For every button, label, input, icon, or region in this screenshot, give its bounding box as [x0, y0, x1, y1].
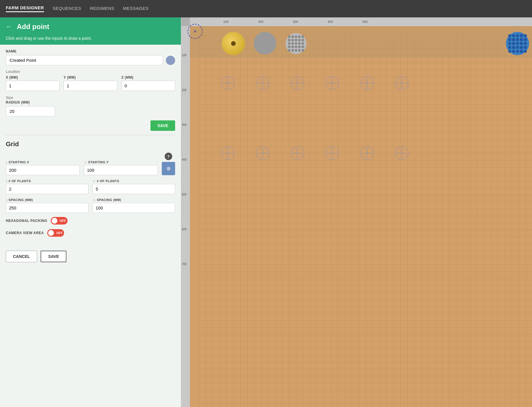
plant-yellow [222, 32, 245, 55]
plants-row: ↕ # OF PLANTS ↔ # OF PLANTS [6, 179, 175, 194]
z-input[interactable] [121, 81, 175, 91]
size-section: Size RADIUS (MM) [6, 95, 175, 116]
starting-y-label: → STARTING Y [84, 160, 158, 164]
spacing-row: ↕ SPACING (MM) ↔ SPACING (MM) [6, 198, 175, 213]
crosshair-1-6 [395, 76, 408, 90]
z-group: Z (MM) [121, 75, 175, 91]
panel-title: Add point [17, 23, 49, 31]
icons-col: ? ⊕ [162, 153, 175, 175]
name-label: NAME [6, 49, 175, 53]
spacing-y-col: ↔ SPACING (MM) [92, 198, 175, 213]
crosshair-2-4 [326, 146, 339, 160]
ruler-mark-y400: 400 [182, 158, 187, 161]
crosshair-1-1 [221, 76, 235, 90]
spacing-x-col: ↕ SPACING (MM) [6, 198, 88, 213]
map-container[interactable]: 100 200 300 400 500 100 200 300 400 500 … [181, 17, 532, 407]
divider [6, 135, 175, 135]
top-nav: FARM DESIGNER SEQUENCES REGIMENS MESSAGE… [0, 0, 532, 17]
ruler-mark-y200: 200 [182, 88, 187, 92]
panel-header: ← Add point [0, 17, 181, 36]
crosshair-1-5 [360, 76, 374, 90]
spacing-x-label: ↕ SPACING (MM) [6, 198, 88, 202]
spacing-y-input[interactable] [92, 203, 175, 213]
z-label: Z (MM) [121, 75, 175, 79]
y-label: Y (MM) [63, 75, 117, 79]
starting-y-col: → STARTING Y [84, 160, 158, 175]
ruler-mark-y500: 500 [182, 193, 187, 196]
map-background: × [190, 26, 532, 407]
camera-row: CAMERA VIEW AREA OFF [6, 229, 175, 237]
panel-subtitle: Click and drag or use the inputs to draw… [0, 36, 181, 45]
plants-y-label: ↔ # OF PLANTS [92, 179, 175, 183]
camera-toggle[interactable]: OFF [47, 229, 64, 237]
ruler-mark-y100: 100 [182, 54, 187, 57]
hexagonal-row: HEXAGONAL PACKING OFF [6, 217, 175, 225]
location-label: Location [6, 69, 175, 74]
crosshair-2-1 [221, 146, 235, 160]
plants-y-col: ↔ # OF PLANTS [92, 179, 175, 194]
name-input[interactable] [6, 55, 163, 65]
camera-label: CAMERA VIEW AREA [6, 231, 44, 235]
x-input[interactable] [6, 81, 59, 91]
radius-input[interactable] [6, 106, 55, 116]
form-area: NAME Location X (MM) Y (MM) Z (MM) [0, 45, 181, 246]
ruler-mark-300: 300 [293, 20, 298, 23]
ruler-mark-y600: 600 [182, 228, 187, 231]
nav-farm-designer[interactable]: FARM DESIGNER [6, 5, 44, 12]
move-to-button[interactable]: ⊕ [162, 162, 175, 175]
name-row [6, 55, 175, 65]
current-point: × [188, 24, 203, 39]
plant-dotted [286, 33, 306, 54]
color-picker[interactable] [166, 56, 175, 65]
cancel-button[interactable]: CANCEL [6, 251, 37, 262]
ruler-mark-500: 500 [362, 20, 368, 23]
crosshair-2-6 [395, 146, 408, 160]
starting-row: ↓ STARTING X → STARTING Y ? ⊕ [6, 153, 175, 175]
plants-x-input[interactable] [6, 184, 88, 194]
right-panel: 100 200 300 400 500 100 200 300 400 500 … [181, 17, 532, 407]
save-bottom-button[interactable]: SAVE [41, 251, 66, 262]
ruler-top: 100 200 300 400 500 [190, 17, 532, 26]
help-icon[interactable]: ? [165, 153, 172, 160]
left-panel: ← Add point Click and drag or use the in… [0, 17, 181, 407]
coords-row: X (MM) Y (MM) Z (MM) [6, 75, 175, 91]
starting-x-col: ↓ STARTING X [6, 160, 80, 175]
plants-y-input[interactable] [92, 184, 175, 194]
ruler-mark-400: 400 [328, 20, 333, 23]
x-label: X (MM) [6, 75, 59, 79]
y-input[interactable] [63, 81, 117, 91]
plants-x-col: ↕ # OF PLANTS [6, 179, 88, 194]
save-row: SAVE [6, 120, 175, 131]
ruler-mark-y700: 700 [182, 263, 187, 266]
crosshair-2-5 [360, 146, 374, 160]
hexagonal-toggle[interactable]: OFF [51, 217, 68, 225]
bottom-buttons: CANCEL SAVE [0, 246, 181, 268]
radius-label: RADIUS (MM) [6, 100, 175, 104]
x-group: X (MM) [6, 75, 59, 91]
hexagonal-label: HEXAGONAL PACKING [6, 219, 47, 223]
spacing-x-input[interactable] [6, 203, 88, 213]
nav-regimens[interactable]: REGIMENS [90, 6, 114, 12]
plant-blue [506, 32, 529, 55]
back-button[interactable]: ← [6, 23, 12, 30]
plants-x-label: ↕ # OF PLANTS [6, 179, 88, 183]
main-layout: ← Add point Click and drag or use the in… [0, 17, 532, 407]
crosshair-1-2 [256, 76, 269, 90]
y-group: Y (MM) [63, 75, 117, 91]
grid-overlay [199, 35, 532, 407]
starting-x-input[interactable] [6, 165, 80, 175]
spacing-y-label: ↔ SPACING (MM) [92, 198, 175, 202]
ruler-mark-y300: 300 [182, 123, 187, 126]
grid-title: Grid [6, 140, 175, 148]
crosshair-1-4 [326, 76, 339, 90]
crosshair-1-3 [291, 76, 304, 90]
starting-x-label: ↓ STARTING X [6, 160, 80, 164]
save-button[interactable]: SAVE [150, 120, 175, 131]
nav-messages[interactable]: MESSAGES [123, 6, 148, 12]
crosshair-2-3 [291, 146, 304, 160]
nav-sequences[interactable]: SEQUENCES [53, 6, 81, 12]
ruler-left: 100 200 300 400 500 600 700 [181, 26, 190, 407]
ruler-mark-100: 100 [223, 20, 228, 23]
starting-y-input[interactable] [84, 165, 158, 175]
plant-gray-1 [254, 32, 276, 55]
